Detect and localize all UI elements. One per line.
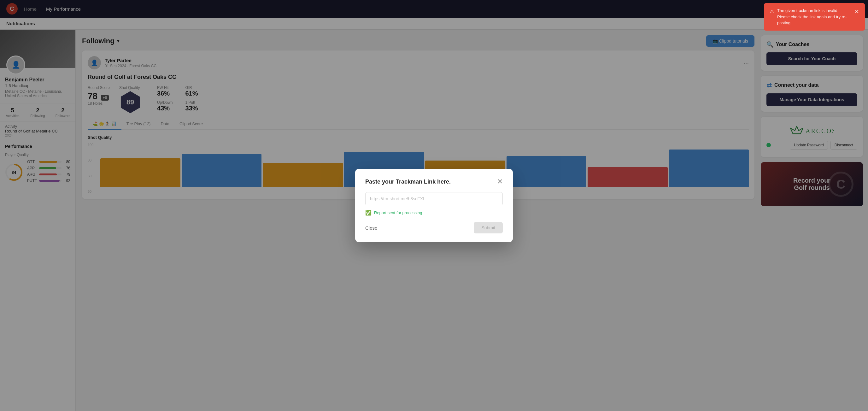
modal-overlay: Paste your Trackman Link here. ✕ ✅ Repor…	[0, 0, 868, 411]
modal-close-x-button[interactable]: ✕	[497, 178, 503, 186]
modal-close-button[interactable]: Close	[365, 225, 377, 230]
error-toast: ⚠ The given trackman link is invalid. Pl…	[764, 3, 865, 31]
trackman-modal: Paste your Trackman Link here. ✕ ✅ Repor…	[355, 169, 513, 242]
modal-title: Paste your Trackman Link here.	[365, 179, 451, 185]
modal-header: Paste your Trackman Link here. ✕	[365, 178, 503, 186]
trackman-link-input[interactable]	[365, 192, 503, 205]
modal-footer: Close Submit	[365, 222, 503, 233]
success-icon: ✅	[365, 210, 372, 216]
toast-warning-icon: ⚠	[770, 8, 774, 15]
modal-submit-button[interactable]: Submit	[474, 222, 503, 233]
toast-message: The given trackman link is invalid. Plea…	[777, 7, 851, 26]
modal-success-message: ✅ Report sent for processing	[365, 210, 503, 216]
toast-close-button[interactable]: ✕	[855, 7, 859, 16]
